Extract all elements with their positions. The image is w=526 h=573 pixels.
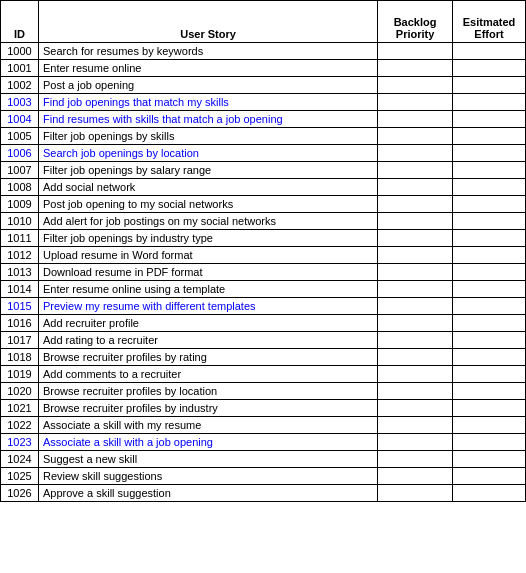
table-row: 1008Add social network: [1, 179, 526, 196]
cell-story: Download resume in PDF format: [38, 264, 377, 281]
table-row: 1021Browse recruiter profiles by industr…: [1, 400, 526, 417]
cell-effort: [453, 247, 526, 264]
cell-id: 1012: [1, 247, 39, 264]
cell-priority: [378, 366, 453, 383]
cell-priority: [378, 468, 453, 485]
cell-effort: [453, 196, 526, 213]
cell-story: Associate a skill with a job opening: [38, 434, 377, 451]
cell-id: 1001: [1, 60, 39, 77]
backlog-table: ID User Story Backlog Priority Esitmated…: [0, 0, 526, 502]
cell-id: 1003: [1, 94, 39, 111]
cell-id: 1007: [1, 162, 39, 179]
cell-effort: [453, 43, 526, 60]
cell-effort: [453, 349, 526, 366]
cell-effort: [453, 145, 526, 162]
table-row: 1023Associate a skill with a job opening: [1, 434, 526, 451]
table-row: 1003Find job openings that match my skil…: [1, 94, 526, 111]
cell-id: 1023: [1, 434, 39, 451]
cell-id: 1009: [1, 196, 39, 213]
cell-id: 1016: [1, 315, 39, 332]
cell-effort: [453, 383, 526, 400]
cell-story: Search job openings by location: [38, 145, 377, 162]
cell-effort: [453, 94, 526, 111]
table-row: 1009Post job opening to my social networ…: [1, 196, 526, 213]
cell-effort: [453, 366, 526, 383]
cell-effort: [453, 434, 526, 451]
table-row: 1000Search for resumes by keywords: [1, 43, 526, 60]
cell-priority: [378, 247, 453, 264]
cell-id: 1026: [1, 485, 39, 502]
table-row: 1013Download resume in PDF format: [1, 264, 526, 281]
cell-priority: [378, 196, 453, 213]
cell-priority: [378, 128, 453, 145]
cell-story: Post job opening to my social networks: [38, 196, 377, 213]
cell-priority: [378, 43, 453, 60]
table-row: 1025Review skill suggestions: [1, 468, 526, 485]
cell-priority: [378, 111, 453, 128]
cell-effort: [453, 417, 526, 434]
cell-priority: [378, 485, 453, 502]
cell-priority: [378, 60, 453, 77]
cell-effort: [453, 213, 526, 230]
cell-story: Add rating to a recruiter: [38, 332, 377, 349]
cell-id: 1018: [1, 349, 39, 366]
cell-effort: [453, 179, 526, 196]
cell-priority: [378, 162, 453, 179]
table-row: 1015Preview my resume with different tem…: [1, 298, 526, 315]
cell-priority: [378, 145, 453, 162]
cell-story: Enter resume online using a template: [38, 281, 377, 298]
cell-priority: [378, 383, 453, 400]
cell-priority: [378, 264, 453, 281]
cell-effort: [453, 451, 526, 468]
cell-id: 1013: [1, 264, 39, 281]
cell-priority: [378, 213, 453, 230]
table-row: 1024Suggest a new skill: [1, 451, 526, 468]
cell-story: Browse recruiter profiles by rating: [38, 349, 377, 366]
cell-priority: [378, 451, 453, 468]
cell-priority: [378, 417, 453, 434]
cell-effort: [453, 111, 526, 128]
cell-id: 1022: [1, 417, 39, 434]
col-header-story: User Story: [38, 1, 377, 43]
cell-priority: [378, 298, 453, 315]
cell-priority: [378, 179, 453, 196]
cell-effort: [453, 315, 526, 332]
cell-id: 1020: [1, 383, 39, 400]
cell-story: Filter job openings by salary range: [38, 162, 377, 179]
cell-story: Suggest a new skill: [38, 451, 377, 468]
cell-effort: [453, 264, 526, 281]
cell-effort: [453, 468, 526, 485]
cell-effort: [453, 77, 526, 94]
cell-id: 1025: [1, 468, 39, 485]
cell-effort: [453, 281, 526, 298]
table-row: 1006Search job openings by location: [1, 145, 526, 162]
cell-id: 1002: [1, 77, 39, 94]
table-row: 1011Filter job openings by industry type: [1, 230, 526, 247]
cell-id: 1024: [1, 451, 39, 468]
cell-effort: [453, 485, 526, 502]
table-row: 1002Post a job opening: [1, 77, 526, 94]
cell-effort: [453, 162, 526, 179]
cell-story: Find job openings that match my skills: [38, 94, 377, 111]
table-row: 1014Enter resume online using a template: [1, 281, 526, 298]
table-row: 1018Browse recruiter profiles by rating: [1, 349, 526, 366]
cell-story: Post a job opening: [38, 77, 377, 94]
cell-story: Add alert for job postings on my social …: [38, 213, 377, 230]
cell-story: Review skill suggestions: [38, 468, 377, 485]
cell-id: 1004: [1, 111, 39, 128]
table-row: 1007Filter job openings by salary range: [1, 162, 526, 179]
cell-story: Filter job openings by industry type: [38, 230, 377, 247]
cell-effort: [453, 230, 526, 247]
col-header-id: ID: [1, 1, 39, 43]
cell-effort: [453, 128, 526, 145]
cell-effort: [453, 298, 526, 315]
cell-priority: [378, 281, 453, 298]
cell-id: 1006: [1, 145, 39, 162]
cell-id: 1005: [1, 128, 39, 145]
cell-id: 1010: [1, 213, 39, 230]
cell-story: Add comments to a recruiter: [38, 366, 377, 383]
cell-priority: [378, 400, 453, 417]
cell-story: Add recruiter profile: [38, 315, 377, 332]
cell-story: Add social network: [38, 179, 377, 196]
table-row: 1022Associate a skill with my resume: [1, 417, 526, 434]
